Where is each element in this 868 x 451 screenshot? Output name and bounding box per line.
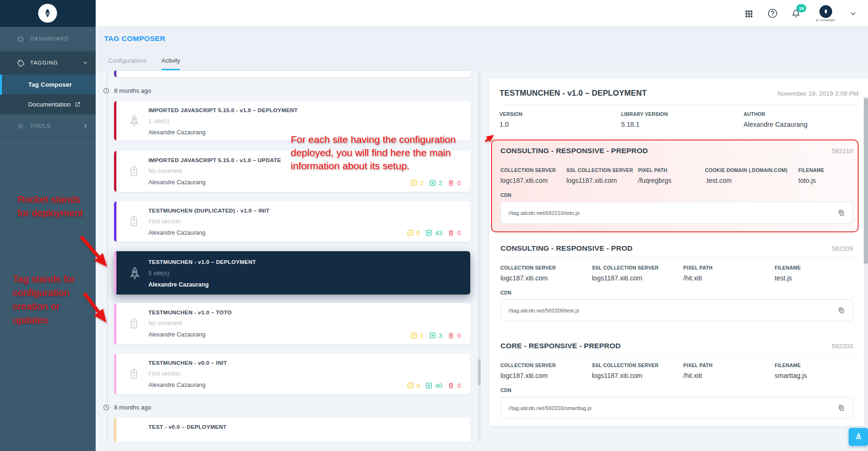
field-label: FILENAME: [775, 362, 853, 368]
card-author: Alexandre Cazaurang: [148, 382, 205, 388]
rocket-icon: [127, 114, 141, 128]
sidebar-item-dashboard[interactable]: DASHBOARD: [0, 27, 96, 51]
field-value: logc187.xiti.com: [500, 372, 592, 379]
cdn-url-box: //tag.aticdn.net/592203/smarttag.js: [500, 397, 853, 419]
site-field: PIXEL PATH/hit.xiti: [683, 265, 775, 282]
site-section-highlighted: CONSULTING - RESPONSIVE - PREPROD 592210…: [491, 139, 859, 232]
edited-count-icon: [410, 179, 418, 187]
site-header: CONSULTING - RESPONSIVE - PREPROD 592210: [500, 140, 858, 160]
meta-label: VERSION: [500, 111, 621, 117]
field-label: SSL COLLECTION SERVER: [566, 167, 638, 173]
chevron-down-icon: [82, 60, 88, 66]
sidebar-item-documentation[interactable]: Documentation: [0, 95, 96, 115]
card-subtitle: 1 site(s): [148, 118, 169, 124]
tab-label: Configurations: [108, 57, 147, 64]
change-badges: 1 3 0: [410, 332, 463, 339]
card-author: Alexandre Cazaurang: [148, 230, 205, 236]
account-chevron-down-icon[interactable]: [849, 8, 857, 20]
activity-card[interactable]: TESTMUNCHEN - v1.0 – TOTO No comment Ale…: [114, 303, 470, 344]
cdn-url-box: //tag.aticdn.net/592210/toto.js: [500, 202, 853, 224]
card-color-bar: [114, 101, 116, 140]
home-icon: [16, 34, 25, 43]
deleted-count-icon: [447, 179, 455, 187]
added-count-icon: [429, 332, 436, 339]
card-author: Alexandre Cazaurang: [148, 331, 205, 338]
meta-value: 1.0: [500, 121, 621, 128]
sidebar-item-tools[interactable]: TOOLS: [0, 115, 96, 137]
site-name: CORE - RESPONSIVE - PREPROD: [500, 342, 621, 350]
activity-card[interactable]: TEST - v0.0 – DEPLOYMENT: [114, 418, 470, 442]
field-label: PIXEL PATH: [683, 265, 775, 271]
sidebar-item-label: TOOLS: [30, 123, 51, 129]
sidebar-item-tagging[interactable]: TAGGING: [0, 51, 96, 74]
meta-value: Alexandre Cazaurang: [744, 121, 859, 128]
field-value: toto.js: [798, 177, 853, 184]
added-count: 2: [439, 180, 442, 187]
site-field: PIXEL PATH/hit.xiti: [683, 362, 775, 379]
list-scrollbar-thumb[interactable]: [478, 359, 481, 385]
external-link-icon: [74, 101, 81, 107]
site-field: FILENAMEtest.js: [775, 265, 853, 282]
sidebar-item-label: Documentation: [28, 101, 71, 108]
sidebar-item-label: Tag Composer: [28, 81, 72, 88]
added-count: 3: [439, 332, 442, 339]
field-label: COLLECTION SERVER: [500, 167, 566, 173]
page-title: TAG COMPOSER: [104, 34, 165, 43]
cdn-label: CDN: [500, 192, 858, 198]
tag-icon: [127, 367, 141, 381]
card-title: TESTMUNCHEN (DUPLICATED) - v1.0 – INIT: [148, 207, 270, 214]
edited-count: 0: [417, 382, 420, 389]
card-title: TEST - v0.0 – DEPLOYMENT: [148, 424, 227, 430]
card-author: Alexandre Cazaurang: [148, 129, 205, 136]
card-title: TESTMUNCHEN - v1.0 – DEPLOYMENT: [148, 259, 256, 265]
added-count: 40: [435, 382, 442, 389]
field-value: /hit.xiti: [683, 274, 775, 282]
activity-card[interactable]: TESTMUNCHEN - v0.0 – INIT First version …: [114, 353, 470, 394]
account-menu[interactable]: AT INTERNET: [813, 5, 838, 22]
field-value: logs1187.xiti.com: [566, 177, 638, 184]
card-subtitle: No comment: [148, 320, 182, 327]
list-scrollbar-track[interactable]: [478, 71, 481, 442]
copy-icon[interactable]: [836, 208, 846, 218]
meta-library-version: LIBRARY VERSION 5.18.1: [621, 111, 744, 128]
tab-activity[interactable]: Activity: [162, 57, 180, 70]
brand-leaf-logo-icon[interactable]: [38, 4, 57, 23]
site-field: FILENAMEtoto.js: [798, 167, 853, 184]
site-field: SSL COLLECTION SERVERlogs1187.xiti.com: [592, 265, 683, 282]
deployment-detail-panel: TESTMUNCHEN - v1.0 – DEPLOYMENT November…: [489, 78, 868, 426]
field-value: logc187.xiti.com: [500, 177, 566, 184]
detail-header: TESTMUNCHEN - v1.0 – DEPLOYMENT November…: [500, 78, 859, 105]
sidebar-item-tag-composer[interactable]: Tag Composer: [0, 74, 96, 95]
panel-scrollbar-thumb[interactable]: [864, 98, 868, 264]
apps-grid-icon[interactable]: [743, 8, 755, 20]
sidebar: DASHBOARD TAGGING Tag Composer Documenta…: [0, 0, 96, 451]
clock-icon: [102, 87, 110, 95]
annotation-arrow-to-rocket: [75, 232, 119, 276]
tag-icon: [127, 317, 141, 331]
field-label: PIXEL PATH: [683, 362, 775, 368]
activity-card[interactable]: TESTMUNCHEN (DUPLICATED) - v1.0 – INIT F…: [114, 201, 470, 242]
group-label-text: 8 months ago: [114, 87, 151, 94]
activity-card-selected[interactable]: TESTMUNCHEN - v1.0 – DEPLOYMENT 5 site(s…: [114, 251, 470, 295]
rocket-icon: [127, 266, 141, 280]
detail-meta: VERSION 1.0 LIBRARY VERSION 5.18.1 AUTHO…: [500, 105, 859, 135]
copy-icon[interactable]: [836, 403, 846, 413]
site-field: FILENAMEsmarttag.js: [775, 362, 853, 379]
edited-count: 0: [417, 230, 420, 237]
help-icon[interactable]: [766, 8, 778, 20]
added-count-icon: [429, 179, 436, 187]
cdn-url: //tag.aticdn.net/592203/smarttag.js: [508, 405, 591, 411]
site-header: CONSULTING - RESPONSIVE - PROD 592209: [500, 238, 858, 258]
field-value: .test.com: [705, 177, 798, 184]
tab-configurations[interactable]: Configurations: [108, 57, 147, 70]
cdn-label: CDN: [500, 387, 858, 393]
detail-date: November 19, 2019 3:09 PM: [777, 90, 859, 97]
timeline-group-label: 8 months ago: [102, 87, 151, 95]
deploy-button[interactable]: [849, 428, 868, 446]
copy-icon[interactable]: [836, 306, 846, 315]
active-item-accent-bar: [0, 74, 2, 95]
deleted-count: 0: [457, 180, 461, 187]
notifications-bell-icon[interactable]: 19: [790, 8, 802, 20]
meta-label: AUTHOR: [744, 111, 859, 117]
partial-activity-card[interactable]: [114, 71, 470, 77]
